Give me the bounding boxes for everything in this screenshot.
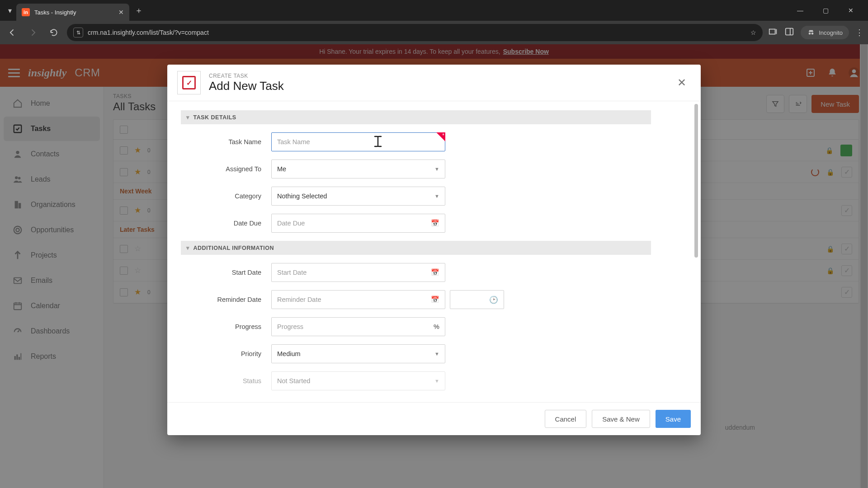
progress-input[interactable]: Progress % (271, 317, 445, 336)
window-maximize-icon[interactable]: ▢ (817, 7, 834, 14)
chevron-down-icon: ▼ (434, 378, 439, 384)
category-select[interactable]: Nothing Selected ▼ (271, 187, 445, 206)
label-task-name: Task Name (181, 138, 271, 145)
window-minimize-icon[interactable]: — (792, 7, 808, 14)
tab-close-icon[interactable]: ✕ (118, 9, 124, 16)
nav-forward-button[interactable] (25, 25, 41, 40)
tab-title: Tasks - Insightly (34, 9, 76, 16)
section-additional-info[interactable]: ▾ ADDITIONAL INFORMATION (181, 241, 651, 255)
label-status: Status (181, 377, 271, 385)
select-value: Not Started (277, 377, 310, 385)
modal-header: CREATE TASK Add New Task ✕ (167, 65, 701, 101)
assigned-to-select[interactable]: Me ▼ (271, 160, 445, 178)
select-value: Medium (277, 350, 301, 357)
media-control-icon[interactable] (768, 27, 778, 38)
status-select[interactable]: Not Started ▼ (271, 371, 445, 390)
calendar-icon: 📅 (431, 268, 439, 277)
chevron-down-icon: ▾ (186, 114, 190, 121)
cancel-button[interactable]: Cancel (545, 410, 587, 428)
nav-reload-button[interactable] (46, 25, 61, 40)
modal-footer: Cancel Save & New Save (167, 402, 701, 435)
svg-point-3 (811, 33, 814, 35)
save-and-new-button[interactable]: Save & New (592, 410, 650, 428)
label-reminder-date: Reminder Date (181, 296, 271, 303)
incognito-label: Incognito (819, 29, 843, 36)
required-indicator-icon (436, 132, 445, 141)
tab-search-dropdown[interactable]: ▾ (4, 4, 16, 17)
incognito-badge[interactable]: Incognito (801, 26, 849, 39)
bookmark-star-icon[interactable]: ☆ (750, 29, 756, 36)
svg-rect-0 (769, 29, 775, 34)
calendar-icon: 📅 (431, 296, 439, 304)
svg-rect-1 (786, 28, 793, 35)
section-label: ADDITIONAL INFORMATION (193, 245, 274, 251)
reminder-date-input[interactable]: Reminder Date 📅 (271, 290, 445, 309)
nav-back-button[interactable] (5, 25, 20, 40)
address-bar[interactable]: ⇅ crm.na1.insightly.com/list/Task/?v=com… (67, 24, 763, 41)
url-text: crm.na1.insightly.com/list/Task/?v=compa… (88, 29, 209, 36)
input-placeholder: Start Date (277, 269, 307, 276)
reminder-time-input[interactable]: 🕑 (450, 290, 504, 309)
browser-tab-active[interactable]: in Tasks - Insightly ✕ (16, 4, 129, 21)
modal-title: Add New Task (209, 79, 284, 93)
select-value: Nothing Selected (277, 192, 327, 200)
create-task-modal: CREATE TASK Add New Task ✕ ▾ TASK DETAIL… (167, 65, 701, 435)
window-close-icon[interactable]: ✕ (843, 7, 859, 14)
label-priority: Priority (181, 350, 271, 357)
percent-icon: % (434, 323, 439, 330)
task-entity-icon (177, 71, 201, 94)
browser-menu-icon[interactable]: ⋮ (855, 28, 863, 38)
input-placeholder: Reminder Date (277, 296, 321, 303)
label-start-date: Start Date (181, 269, 271, 276)
date-due-input[interactable]: Date Due 📅 (271, 214, 445, 233)
label-assigned-to: Assigned To (181, 165, 271, 173)
chevron-down-icon: ▼ (434, 193, 439, 199)
section-label: TASK DETAILS (193, 114, 236, 121)
modal-close-button[interactable]: ✕ (673, 74, 691, 92)
browser-tab-strip: ▾ in Tasks - Insightly ✕ ＋ — ▢ ✕ (0, 0, 868, 21)
svg-point-2 (809, 33, 811, 35)
chevron-down-icon: ▼ (434, 166, 439, 172)
select-value: Me (277, 165, 286, 173)
page-viewport: Hi Shane. Your trial expires in 14 days.… (0, 44, 868, 488)
save-button[interactable]: Save (656, 410, 691, 428)
label-date-due: Date Due (181, 220, 271, 227)
label-category: Category (181, 192, 271, 200)
new-tab-button[interactable]: ＋ (132, 4, 146, 17)
priority-select[interactable]: Medium ▼ (271, 344, 445, 363)
start-date-input[interactable]: Start Date 📅 (271, 263, 445, 282)
chevron-down-icon: ▾ (186, 244, 190, 251)
favicon-icon: in (22, 8, 30, 16)
input-placeholder: Date Due (277, 220, 305, 227)
modal-body: ▾ TASK DETAILS Task Name Assigned To (167, 101, 701, 402)
label-progress: Progress (181, 323, 271, 330)
section-task-details[interactable]: ▾ TASK DETAILS (181, 110, 651, 124)
calendar-icon: 📅 (431, 219, 439, 227)
clock-icon: 🕑 (489, 296, 498, 304)
site-settings-icon[interactable]: ⇅ (73, 28, 83, 38)
text-cursor-icon (373, 135, 383, 148)
browser-toolbar: ⇅ crm.na1.insightly.com/list/Task/?v=com… (0, 21, 868, 44)
chevron-down-icon: ▼ (434, 351, 439, 357)
window-controls: — ▢ ✕ (792, 7, 864, 14)
modal-eyebrow: CREATE TASK (209, 73, 284, 79)
side-panel-icon[interactable] (784, 27, 794, 38)
input-placeholder: Progress (277, 323, 303, 330)
task-name-input[interactable] (271, 132, 445, 151)
